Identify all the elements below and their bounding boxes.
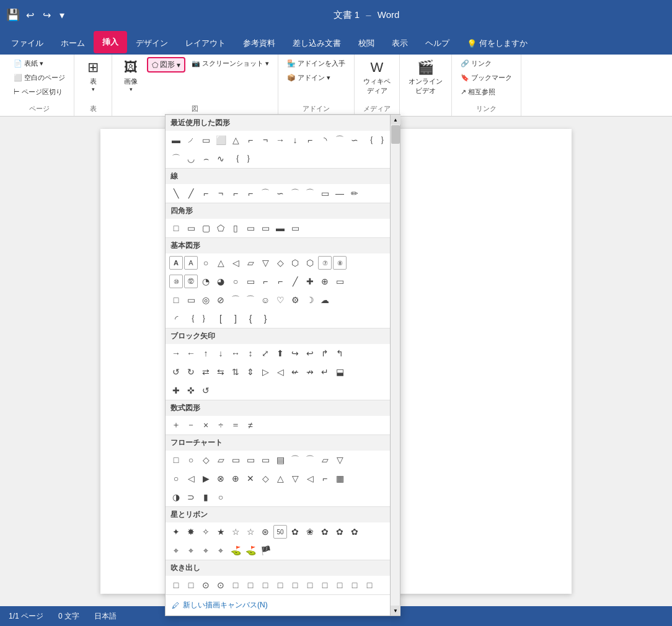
tab-mailings[interactable]: 差し込み文書 xyxy=(284,32,350,55)
shape-item[interactable]: { xyxy=(244,312,257,325)
shape-item[interactable]: □ xyxy=(169,453,183,467)
shape-item[interactable]: ▽ xyxy=(333,453,347,467)
shape-item[interactable]: ↺ xyxy=(169,365,183,379)
shape-item[interactable]: ▭ xyxy=(229,453,242,467)
shape-item[interactable]: ✚ xyxy=(303,275,317,288)
shape-item[interactable]: ⬜ xyxy=(214,133,228,147)
shape-item[interactable]: ⌒ xyxy=(303,187,317,200)
blank-page-button[interactable]: ⬜ 空白のページ xyxy=(10,71,69,84)
shape-item[interactable]: ¬ xyxy=(214,187,228,200)
shape-item[interactable]: ▯ xyxy=(229,221,242,235)
shape-item[interactable]: ✿ xyxy=(318,525,332,539)
shape-item[interactable]: ♡ xyxy=(273,293,287,307)
shape-item[interactable]: ⬠ xyxy=(214,221,228,235)
shape-item[interactable]: ✕ xyxy=(244,472,257,485)
shape-item[interactable]: ▭ xyxy=(259,453,272,467)
shape-item[interactable]: ⌖ xyxy=(169,544,183,557)
shape-item[interactable]: ⊙ xyxy=(199,578,213,592)
shape-item[interactable]: ▱ xyxy=(318,453,332,467)
scroll-up-button[interactable]: ▲ xyxy=(391,115,400,125)
shape-item[interactable]: ╱ xyxy=(184,187,198,200)
shape-item[interactable]: ○ xyxy=(214,490,228,504)
shape-item[interactable]: ↰ xyxy=(333,346,347,360)
shape-item[interactable]: ↵ xyxy=(318,365,332,379)
shape-item[interactable]: ○ xyxy=(184,453,198,467)
shape-item[interactable]: ✧ xyxy=(199,525,213,539)
shape-item[interactable]: ╲ xyxy=(169,187,183,200)
shape-item[interactable]: ◔ xyxy=(199,275,213,288)
shape-item[interactable]: ⌐ xyxy=(259,275,272,288)
shape-item[interactable]: ▭ xyxy=(259,221,272,235)
shape-item[interactable]: ◜ xyxy=(169,312,183,325)
shape-item[interactable]: ☁ xyxy=(318,293,332,307)
shape-item[interactable]: ↓ xyxy=(288,133,302,147)
shape-item[interactable]: ▭ xyxy=(333,275,347,288)
shape-item[interactable]: － xyxy=(184,418,198,432)
insert-table-button[interactable]: ⊞ 表 ▾ xyxy=(79,57,107,95)
bookmark-button[interactable]: 🔖 ブックマーク xyxy=(457,71,516,84)
new-canvas-button[interactable]: 🖊 新しい描画キャンバス(N) xyxy=(166,594,400,615)
shape-item[interactable]: ｛ xyxy=(363,133,376,147)
tab-review[interactable]: 校閲 xyxy=(350,32,383,55)
tab-search[interactable]: 💡何をしますか xyxy=(458,32,536,55)
shape-item[interactable]: 50 xyxy=(273,525,287,539)
shape-item[interactable]: [ xyxy=(214,312,228,325)
my-addin-button[interactable]: 📦 アドイン ▾ xyxy=(283,71,349,84)
tab-references[interactable]: 参考資料 xyxy=(234,32,284,55)
scroll-down-button[interactable]: ▼ xyxy=(391,606,400,615)
insert-image-button[interactable]: 🖼 画像 ▾ xyxy=(117,57,144,95)
shape-item[interactable]: ▷ xyxy=(259,365,272,379)
shape-item[interactable]: ⚙ xyxy=(288,293,302,307)
shape-item[interactable]: × xyxy=(199,418,213,432)
shape-item[interactable]: ↑ xyxy=(199,346,213,360)
shape-item[interactable]: ⤢ xyxy=(259,346,272,360)
shape-item[interactable]: ◁ xyxy=(229,256,242,270)
shape-item[interactable]: ╱ xyxy=(288,275,302,288)
shape-item[interactable]: ★ xyxy=(214,525,228,539)
shape-item[interactable]: ⊕ xyxy=(318,275,332,288)
shape-item[interactable]: ｛ xyxy=(229,152,242,165)
shape-item[interactable]: △ xyxy=(214,256,228,270)
shape-item[interactable]: ⌖ xyxy=(184,544,198,557)
shape-item[interactable]: ⬆ xyxy=(273,346,287,360)
shape-item[interactable]: ⬡ xyxy=(288,256,302,270)
shape-item[interactable]: ⑧ xyxy=(333,256,347,270)
shape-item[interactable]: ◝ xyxy=(318,133,332,147)
shape-item[interactable]: ⌢ xyxy=(199,152,213,165)
shape-item[interactable]: ▭ xyxy=(184,293,198,307)
shape-item[interactable]: ▭ xyxy=(199,133,213,147)
shape-item[interactable]: ⛳ xyxy=(229,544,242,557)
shape-item[interactable]: □ xyxy=(169,221,183,235)
shape-item[interactable]: ○ xyxy=(169,472,183,485)
shape-item[interactable]: ↻ xyxy=(184,365,198,379)
shape-item[interactable]: ← xyxy=(184,346,198,360)
shape-item[interactable]: □ xyxy=(169,293,183,307)
shape-item[interactable]: ✜ xyxy=(184,384,198,397)
shape-item[interactable]: ▭ xyxy=(318,187,332,200)
shape-item[interactable]: ↔ xyxy=(229,346,242,360)
shape-item[interactable]: ✚ xyxy=(169,384,183,397)
shape-item[interactable]: □ xyxy=(184,578,198,592)
shape-item[interactable]: ◇ xyxy=(273,256,287,270)
shape-item[interactable]: □ xyxy=(303,578,317,592)
shape-item[interactable]: ✸ xyxy=(184,525,198,539)
shape-item[interactable]: ⛳ xyxy=(244,544,257,557)
shape-item[interactable]: ⌒ xyxy=(288,453,302,467)
shape-item[interactable]: ⌒ xyxy=(333,133,347,147)
shape-item[interactable]: ↱ xyxy=(318,346,332,360)
shape-item[interactable]: ❀ xyxy=(303,525,317,539)
online-video-button[interactable]: 🎬 オンライン ビデオ xyxy=(405,57,446,98)
shape-item[interactable]: ▦ xyxy=(333,472,347,485)
shape-item[interactable]: ✦ xyxy=(169,525,183,539)
shape-item[interactable]: ＝ xyxy=(229,418,242,432)
shape-item[interactable]: ↚ xyxy=(288,365,302,379)
shape-item[interactable]: ｛ xyxy=(184,312,198,325)
shape-item[interactable]: ▱ xyxy=(214,453,228,467)
shape-item[interactable]: ☺ xyxy=(259,293,272,307)
shape-item[interactable]: □ xyxy=(363,578,376,592)
shape-item[interactable]: ◁ xyxy=(273,365,287,379)
scroll-thumb[interactable] xyxy=(391,125,400,144)
shape-item[interactable]: ☽ xyxy=(303,293,317,307)
shape-item[interactable]: ｝ xyxy=(378,133,391,147)
shape-item[interactable]: ⊃ xyxy=(184,490,198,504)
